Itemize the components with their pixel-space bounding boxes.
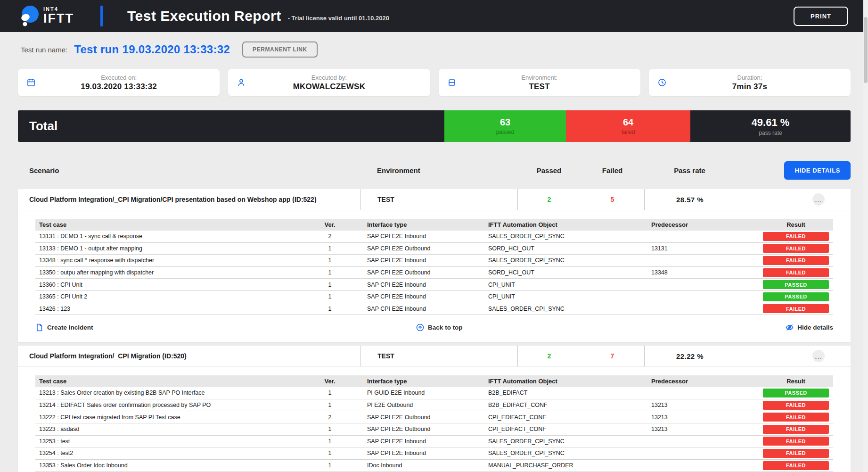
table-row[interactable]: 13350 : outpu after mapping with dispatc… bbox=[35, 267, 833, 279]
test-case-interface: SAP CPI E2E Inbound bbox=[349, 233, 470, 240]
test-case-version: 1 bbox=[311, 269, 349, 276]
result-badge: FAILED bbox=[763, 461, 829, 470]
test-case-object: SALES_ORDER_CPI_SYNC bbox=[470, 257, 633, 264]
test-case-table-header: Test case Ver. Interface type IFTT Autom… bbox=[35, 375, 833, 387]
test-case-object: CPI_UNIT bbox=[470, 293, 633, 300]
total-label: Total bbox=[29, 119, 57, 133]
card-environment: Environment: TEST bbox=[439, 69, 640, 96]
test-case-interface: SAP CPI E2E Inbound bbox=[349, 438, 470, 445]
test-case-version: 1 bbox=[311, 282, 349, 288]
scenario-block-522: Cloud Platform Integration/_CPI Migratio… bbox=[18, 189, 851, 342]
result-badge: FAILED bbox=[763, 268, 829, 277]
test-case-object: SALES_ORDER_CPI_SYNC bbox=[470, 233, 633, 240]
test-case-version: 2 bbox=[311, 233, 349, 240]
scenario-pass-rate: 28.57 % bbox=[644, 189, 735, 210]
table-row[interactable]: 13222 : CPI test case migrated from SAP … bbox=[35, 411, 833, 423]
back-to-top-link[interactable]: Back to top bbox=[416, 323, 463, 331]
test-case-table: Test case Ver. Interface type IFTT Autom… bbox=[35, 375, 833, 472]
column-predecessor: Predecessor bbox=[633, 221, 760, 228]
hide-details-label: Hide details bbox=[797, 324, 833, 331]
scenario-menu-button[interactable]: ... bbox=[812, 350, 825, 362]
scrollbar-thumb[interactable] bbox=[864, 17, 868, 83]
card-label: Duration: bbox=[667, 74, 833, 81]
scenario-passed-count: 2 bbox=[517, 189, 581, 210]
test-case-table: Test case Ver. Interface type IFTT Autom… bbox=[35, 219, 833, 315]
table-row[interactable]: 13348 : sync call ^ response with dispat… bbox=[35, 255, 833, 267]
scenario-name: Cloud Platform Integration/_CPI Migratio… bbox=[18, 346, 360, 366]
test-case-interface: SAP CPI E2E Inbound bbox=[349, 450, 470, 456]
test-case-name: 13213 : Sales Order creation by existing… bbox=[35, 389, 311, 396]
table-row[interactable]: 13133 : DEMO 1 - output after mapping 1 … bbox=[35, 243, 833, 255]
column-interface-type: Interface type bbox=[349, 378, 470, 385]
test-case-name: 13131 : DEMO 1 - sync call & response bbox=[35, 233, 311, 240]
total-failed-caption: failed bbox=[622, 129, 635, 135]
hide-details-link[interactable]: Hide details bbox=[786, 323, 833, 331]
test-case-version: 1 bbox=[311, 426, 349, 432]
table-row[interactable]: 13365 : CPI Unit 2 1 SAP CPI E2E Inbound… bbox=[35, 291, 833, 303]
scenario-failed-count: 5 bbox=[581, 189, 644, 210]
test-case-version: 1 bbox=[311, 389, 349, 396]
result-badge: FAILED bbox=[763, 425, 829, 434]
test-case-name: 13426 : 123 bbox=[35, 306, 311, 312]
test-case-object: SALES_ORDER_CPI_SYNC bbox=[470, 306, 633, 312]
card-value: MKOWALCZEWSK bbox=[246, 82, 412, 91]
card-duration: Duration: 7min 37s bbox=[649, 69, 851, 96]
test-case-name: 13253 : test bbox=[35, 438, 311, 445]
column-interface-type: Interface type bbox=[349, 221, 470, 228]
scenario-summary-row[interactable]: Cloud Platform Integration/_CPI Migratio… bbox=[18, 346, 851, 367]
column-scenario: Scenario bbox=[18, 166, 360, 174]
info-cards: Executed on: 19.03.2020 13:33:32 Execute… bbox=[18, 69, 851, 96]
table-row[interactable]: 13213 : Sales Order creation by existing… bbox=[35, 387, 833, 399]
table-row[interactable]: 13214 : EDIFACT Sales order confirmation… bbox=[35, 399, 833, 412]
column-automation-object: IFTT Automation Object bbox=[470, 378, 633, 385]
test-case-predecessor: 13213 bbox=[633, 402, 760, 408]
result-badge: FAILED bbox=[763, 244, 829, 253]
permanent-link-button[interactable]: PERMANENT LINK bbox=[242, 41, 318, 58]
column-result: Result bbox=[760, 221, 832, 228]
scenario-passed-count: 2 bbox=[517, 346, 581, 366]
test-case-name: 13254 : test2 bbox=[35, 450, 311, 456]
result-badge: FAILED bbox=[763, 256, 829, 265]
table-row[interactable]: 13223 : asdasd 1 SAP CPI E2E Outbound CP… bbox=[35, 423, 833, 436]
test-case-name: 13353 : Sales Order Idoc Inbound bbox=[35, 462, 311, 469]
card-executed-on: Executed on: 19.03.2020 13:33:32 bbox=[18, 69, 220, 96]
total-summary-bar: Total 63 passed 64 failed 49.61 % pass r… bbox=[18, 110, 851, 142]
total-pass-rate-segment: 49.61 % pass rate bbox=[690, 110, 851, 142]
card-label: Executed on: bbox=[36, 74, 202, 81]
scenario-summary-row[interactable]: Cloud Platform Integration/_CPI Migratio… bbox=[18, 189, 851, 210]
create-incident-link[interactable]: Create Incident bbox=[35, 323, 93, 331]
calendar-icon bbox=[26, 78, 36, 87]
column-failed: Failed bbox=[581, 166, 644, 174]
vertical-scrollbar[interactable] bbox=[863, 0, 868, 472]
test-case-version: 1 bbox=[311, 293, 349, 300]
test-case-name: 13365 : CPI Unit 2 bbox=[35, 293, 311, 300]
test-case-predecessor: 13213 bbox=[633, 426, 760, 432]
card-executed-by: Executed by: MKOWALCZEWSK bbox=[228, 69, 430, 96]
test-case-table-header: Test case Ver. Interface type IFTT Autom… bbox=[35, 219, 833, 231]
scenario-menu-button[interactable]: ... bbox=[812, 193, 825, 206]
test-case-interface: PI E2E Outbound bbox=[349, 402, 470, 408]
logo-icon bbox=[19, 5, 40, 27]
test-run-name: Test run 19.03.2020 13:33:32 bbox=[74, 43, 230, 56]
total-failed-segment: 64 failed bbox=[566, 110, 690, 142]
test-case-interface: IDoc Inbound bbox=[349, 462, 470, 469]
table-row[interactable]: 13426 : 123 1 SAP CPI E2E Inbound SALES_… bbox=[35, 303, 833, 315]
table-row[interactable]: 13360 : CPI Unit 1 SAP CPI E2E Inbound C… bbox=[35, 279, 833, 291]
table-row[interactable]: 13131 : DEMO 1 - sync call & response 2 … bbox=[35, 231, 833, 243]
hide-details-button[interactable]: HIDE DETAILS bbox=[784, 161, 851, 180]
result-badge: PASSED bbox=[763, 280, 829, 289]
license-note: - Trial license valid until 01.10.2020 bbox=[288, 15, 389, 22]
column-automation-object: IFTT Automation Object bbox=[470, 221, 633, 228]
table-row[interactable]: 13254 : test2 1 SAP CPI E2E Inbound SALE… bbox=[35, 447, 833, 460]
table-row[interactable]: 13353 : Sales Order Idoc Inbound 1 IDoc … bbox=[35, 460, 833, 472]
test-case-version: 1 bbox=[311, 306, 349, 312]
scenario-failed-count: 7 bbox=[581, 346, 644, 366]
test-case-name: 13222 : CPI test case migrated from SAP … bbox=[35, 414, 311, 421]
column-version: Ver. bbox=[311, 221, 349, 228]
card-label: Environment: bbox=[457, 74, 622, 81]
column-result: Result bbox=[760, 378, 832, 385]
card-value: 19.03.2020 13:33:32 bbox=[36, 82, 202, 91]
table-row[interactable]: 13253 : test 1 SAP CPI E2E Inbound SALES… bbox=[35, 436, 833, 448]
scenario-column-headers: Scenario Environment Passed Failed Pass … bbox=[18, 161, 851, 179]
print-button[interactable]: PRINT bbox=[794, 7, 848, 26]
